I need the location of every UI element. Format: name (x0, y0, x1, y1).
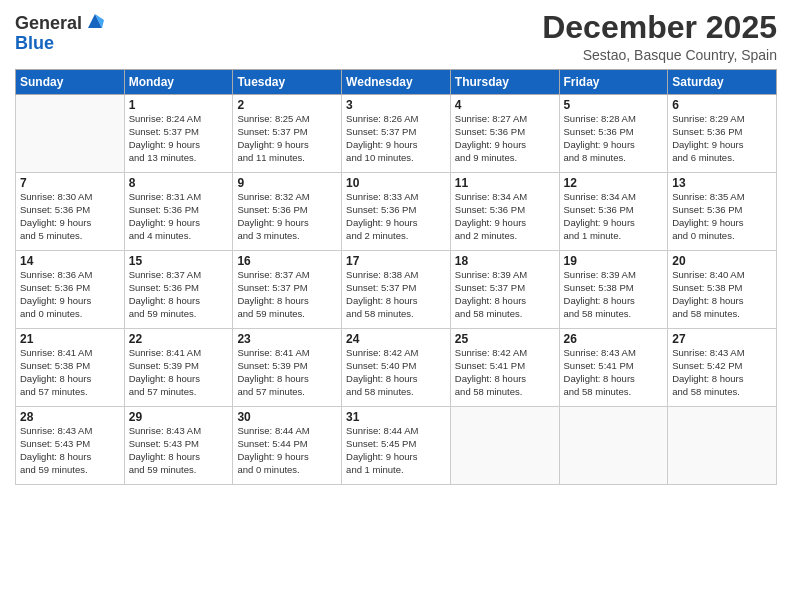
day-info: Sunrise: 8:27 AMSunset: 5:36 PMDaylight:… (455, 113, 555, 164)
col-saturday: Saturday (668, 70, 777, 95)
day-number: 4 (455, 98, 555, 112)
title-block: December 2025 Sestao, Basque Country, Sp… (542, 10, 777, 63)
calendar-table: Sunday Monday Tuesday Wednesday Thursday… (15, 69, 777, 485)
day-info: Sunrise: 8:32 AMSunset: 5:36 PMDaylight:… (237, 191, 337, 242)
table-row: 7Sunrise: 8:30 AMSunset: 5:36 PMDaylight… (16, 173, 125, 251)
day-info: Sunrise: 8:34 AMSunset: 5:36 PMDaylight:… (564, 191, 664, 242)
location: Sestao, Basque Country, Spain (542, 47, 777, 63)
table-row: 14Sunrise: 8:36 AMSunset: 5:36 PMDayligh… (16, 251, 125, 329)
day-info: Sunrise: 8:41 AMSunset: 5:38 PMDaylight:… (20, 347, 120, 398)
day-number: 12 (564, 176, 664, 190)
day-number: 26 (564, 332, 664, 346)
table-row: 24Sunrise: 8:42 AMSunset: 5:40 PMDayligh… (342, 329, 451, 407)
table-row: 3Sunrise: 8:26 AMSunset: 5:37 PMDaylight… (342, 95, 451, 173)
day-number: 16 (237, 254, 337, 268)
day-info: Sunrise: 8:41 AMSunset: 5:39 PMDaylight:… (237, 347, 337, 398)
table-row: 28Sunrise: 8:43 AMSunset: 5:43 PMDayligh… (16, 407, 125, 485)
day-info: Sunrise: 8:43 AMSunset: 5:43 PMDaylight:… (129, 425, 229, 476)
table-row: 17Sunrise: 8:38 AMSunset: 5:37 PMDayligh… (342, 251, 451, 329)
day-number: 21 (20, 332, 120, 346)
day-info: Sunrise: 8:37 AMSunset: 5:37 PMDaylight:… (237, 269, 337, 320)
day-info: Sunrise: 8:29 AMSunset: 5:36 PMDaylight:… (672, 113, 772, 164)
day-info: Sunrise: 8:37 AMSunset: 5:36 PMDaylight:… (129, 269, 229, 320)
day-info: Sunrise: 8:39 AMSunset: 5:38 PMDaylight:… (564, 269, 664, 320)
day-number: 24 (346, 332, 446, 346)
day-number: 31 (346, 410, 446, 424)
table-row: 20Sunrise: 8:40 AMSunset: 5:38 PMDayligh… (668, 251, 777, 329)
day-number: 28 (20, 410, 120, 424)
table-row: 15Sunrise: 8:37 AMSunset: 5:36 PMDayligh… (124, 251, 233, 329)
day-number: 17 (346, 254, 446, 268)
day-number: 9 (237, 176, 337, 190)
table-row: 31Sunrise: 8:44 AMSunset: 5:45 PMDayligh… (342, 407, 451, 485)
table-row: 25Sunrise: 8:42 AMSunset: 5:41 PMDayligh… (450, 329, 559, 407)
day-info: Sunrise: 8:30 AMSunset: 5:36 PMDaylight:… (20, 191, 120, 242)
table-row: 12Sunrise: 8:34 AMSunset: 5:36 PMDayligh… (559, 173, 668, 251)
table-row: 6Sunrise: 8:29 AMSunset: 5:36 PMDaylight… (668, 95, 777, 173)
logo-icon (84, 10, 106, 32)
day-number: 27 (672, 332, 772, 346)
col-wednesday: Wednesday (342, 70, 451, 95)
day-info: Sunrise: 8:34 AMSunset: 5:36 PMDaylight:… (455, 191, 555, 242)
table-row: 19Sunrise: 8:39 AMSunset: 5:38 PMDayligh… (559, 251, 668, 329)
day-info: Sunrise: 8:40 AMSunset: 5:38 PMDaylight:… (672, 269, 772, 320)
day-number: 23 (237, 332, 337, 346)
table-row: 13Sunrise: 8:35 AMSunset: 5:36 PMDayligh… (668, 173, 777, 251)
day-info: Sunrise: 8:26 AMSunset: 5:37 PMDaylight:… (346, 113, 446, 164)
calendar-header-row: Sunday Monday Tuesday Wednesday Thursday… (16, 70, 777, 95)
table-row (668, 407, 777, 485)
day-info: Sunrise: 8:24 AMSunset: 5:37 PMDaylight:… (129, 113, 229, 164)
header: General Blue December 2025 Sestao, Basqu… (15, 10, 777, 63)
day-info: Sunrise: 8:43 AMSunset: 5:42 PMDaylight:… (672, 347, 772, 398)
day-number: 6 (672, 98, 772, 112)
day-number: 13 (672, 176, 772, 190)
col-friday: Friday (559, 70, 668, 95)
day-info: Sunrise: 8:31 AMSunset: 5:36 PMDaylight:… (129, 191, 229, 242)
table-row: 5Sunrise: 8:28 AMSunset: 5:36 PMDaylight… (559, 95, 668, 173)
table-row: 1Sunrise: 8:24 AMSunset: 5:37 PMDaylight… (124, 95, 233, 173)
table-row: 4Sunrise: 8:27 AMSunset: 5:36 PMDaylight… (450, 95, 559, 173)
day-number: 11 (455, 176, 555, 190)
table-row: 18Sunrise: 8:39 AMSunset: 5:37 PMDayligh… (450, 251, 559, 329)
day-info: Sunrise: 8:44 AMSunset: 5:44 PMDaylight:… (237, 425, 337, 476)
day-info: Sunrise: 8:38 AMSunset: 5:37 PMDaylight:… (346, 269, 446, 320)
day-info: Sunrise: 8:41 AMSunset: 5:39 PMDaylight:… (129, 347, 229, 398)
day-number: 25 (455, 332, 555, 346)
day-number: 29 (129, 410, 229, 424)
table-row: 16Sunrise: 8:37 AMSunset: 5:37 PMDayligh… (233, 251, 342, 329)
day-number: 14 (20, 254, 120, 268)
table-row: 29Sunrise: 8:43 AMSunset: 5:43 PMDayligh… (124, 407, 233, 485)
col-monday: Monday (124, 70, 233, 95)
day-number: 30 (237, 410, 337, 424)
day-number: 19 (564, 254, 664, 268)
day-info: Sunrise: 8:44 AMSunset: 5:45 PMDaylight:… (346, 425, 446, 476)
table-row: 11Sunrise: 8:34 AMSunset: 5:36 PMDayligh… (450, 173, 559, 251)
table-row: 23Sunrise: 8:41 AMSunset: 5:39 PMDayligh… (233, 329, 342, 407)
day-number: 2 (237, 98, 337, 112)
day-info: Sunrise: 8:39 AMSunset: 5:37 PMDaylight:… (455, 269, 555, 320)
col-thursday: Thursday (450, 70, 559, 95)
day-number: 8 (129, 176, 229, 190)
day-info: Sunrise: 8:28 AMSunset: 5:36 PMDaylight:… (564, 113, 664, 164)
logo-general-text: General (15, 14, 82, 34)
day-info: Sunrise: 8:42 AMSunset: 5:41 PMDaylight:… (455, 347, 555, 398)
month-title: December 2025 (542, 10, 777, 45)
day-number: 22 (129, 332, 229, 346)
col-sunday: Sunday (16, 70, 125, 95)
table-row: 2Sunrise: 8:25 AMSunset: 5:37 PMDaylight… (233, 95, 342, 173)
day-number: 1 (129, 98, 229, 112)
table-row (450, 407, 559, 485)
table-row (16, 95, 125, 173)
table-row: 9Sunrise: 8:32 AMSunset: 5:36 PMDaylight… (233, 173, 342, 251)
page-container: General Blue December 2025 Sestao, Basqu… (0, 0, 792, 495)
logo: General Blue (15, 14, 106, 54)
col-tuesday: Tuesday (233, 70, 342, 95)
day-info: Sunrise: 8:25 AMSunset: 5:37 PMDaylight:… (237, 113, 337, 164)
day-number: 5 (564, 98, 664, 112)
table-row: 8Sunrise: 8:31 AMSunset: 5:36 PMDaylight… (124, 173, 233, 251)
table-row: 30Sunrise: 8:44 AMSunset: 5:44 PMDayligh… (233, 407, 342, 485)
table-row: 27Sunrise: 8:43 AMSunset: 5:42 PMDayligh… (668, 329, 777, 407)
table-row: 22Sunrise: 8:41 AMSunset: 5:39 PMDayligh… (124, 329, 233, 407)
day-info: Sunrise: 8:43 AMSunset: 5:41 PMDaylight:… (564, 347, 664, 398)
day-number: 18 (455, 254, 555, 268)
